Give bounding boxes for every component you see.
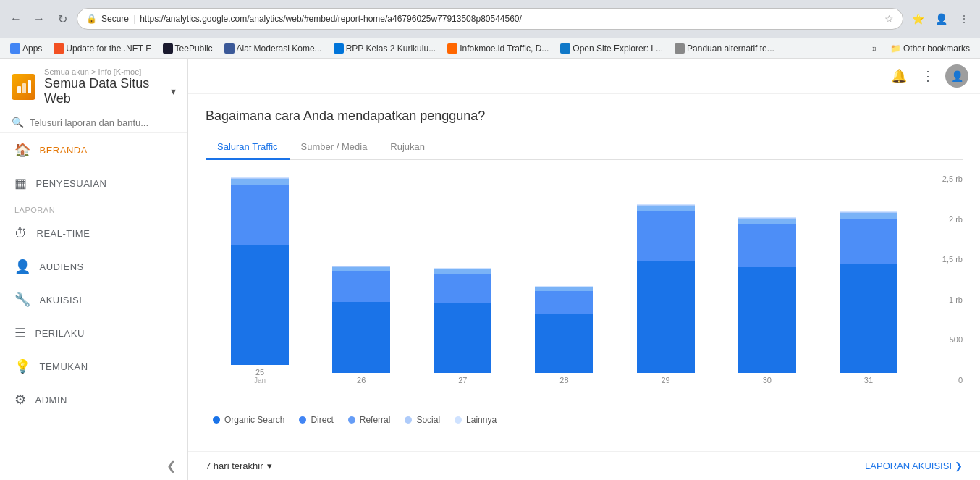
bar-segment-organic: [535, 314, 593, 373]
sidebar-item-realtime[interactable]: ⏱ REAL-TIME: [0, 217, 187, 250]
bookmark-teepublic[interactable]: TeePublic: [159, 42, 217, 55]
forward-button[interactable]: →: [29, 9, 49, 29]
sidebar-item-temukan[interactable]: 💡 TEMUKAN: [0, 350, 187, 383]
bar-segment-organic: [332, 302, 390, 373]
url-text: https://analytics.google.com/analytics/w…: [140, 14, 880, 24]
bar-segment-direct: [840, 219, 897, 264]
sidebar-item-audiens[interactable]: 👤 AUDIENS: [0, 250, 187, 283]
bookmark-teepublic-label: TeePublic: [175, 43, 213, 54]
site-name[interactable]: Semua Data Situs Web ▾: [44, 76, 176, 106]
sidebar-collapse-button[interactable]: ❮: [0, 452, 187, 480]
bar-group-26[interactable]: 26: [314, 266, 408, 384]
secure-label: Secure: [101, 14, 129, 24]
y-label-1500: 1,5 rb: [942, 255, 963, 264]
microsoft-icon: [54, 43, 64, 54]
bar-segment-direct: [738, 224, 796, 267]
search-input[interactable]: [30, 117, 176, 128]
bar-group-27[interactable]: 27: [415, 268, 510, 384]
bar-segment-direct: [535, 291, 593, 314]
nav-buttons: ← → ↻: [6, 9, 72, 29]
legend-lainnya: Lainnya: [455, 415, 497, 425]
other-bookmarks[interactable]: 📁 Other bookmarks: [886, 42, 974, 55]
bookmark-apps[interactable]: Apps: [6, 42, 46, 55]
breadcrumb: Semua akun > Info [K-moe]: [44, 67, 176, 76]
bookmark-microsoft-label: Update for the .NET F: [66, 43, 151, 54]
bookmark-apps-label: Apps: [22, 43, 42, 54]
notification-button[interactable]: 🔔: [887, 64, 911, 88]
search-icon: 🔍: [12, 117, 24, 128]
legend-direct: Direct: [299, 415, 333, 425]
bookmark-facebook[interactable]: Alat Moderasi Kome...: [220, 42, 326, 55]
bookmarks-more-button[interactable]: »: [868, 42, 882, 55]
extensions-button[interactable]: ⭐: [908, 9, 928, 29]
address-bar[interactable]: 🔒 Secure | https://analytics.google.com/…: [77, 8, 903, 30]
rpp-icon: [334, 43, 344, 54]
bar-segment-direct: [434, 274, 491, 303]
grid-icon: ▦: [14, 175, 28, 191]
secure-icon: 🔒: [86, 14, 97, 24]
svg-rect-1: [22, 83, 26, 93]
bar-x-label-30: 30: [763, 376, 772, 384]
more-options-button[interactable]: ⋮: [916, 64, 939, 88]
sidebar-item-beranda[interactable]: 🏠 BERANDA: [0, 133, 187, 167]
bar-segment-organic: [637, 261, 695, 373]
tab-rujukan[interactable]: Rujukan: [379, 135, 436, 160]
sidebar-item-penyesuaian[interactable]: ▦ PENYESUAIAN: [0, 167, 187, 200]
y-label-0: 0: [958, 376, 963, 384]
sidebar-item-perilaku[interactable]: ☰ PERILAKU: [0, 316, 187, 350]
refresh-button[interactable]: ↻: [52, 9, 72, 29]
bar-group-28[interactable]: 28: [517, 286, 611, 384]
report-link[interactable]: LAPORAN AKUISISI ❯: [865, 460, 963, 471]
back-button[interactable]: ←: [6, 9, 26, 29]
bookmark-moz[interactable]: Open Site Explorer: L...: [556, 42, 667, 55]
more-tools-button[interactable]: ⋮: [954, 9, 974, 29]
site-dropdown-icon: ▾: [171, 85, 176, 97]
bar-x-label-28: 28: [559, 376, 568, 384]
clock-icon: ⏱: [14, 226, 28, 241]
bar-segment-referral: [738, 219, 796, 224]
bar-x-sublabel-25: Jan: [254, 376, 266, 384]
period-label: 7 hari terakhir: [206, 460, 263, 471]
bar-segment-organic: [738, 267, 796, 373]
bookmark-panduan[interactable]: Panduan alternatif te...: [670, 42, 779, 55]
bar-segment-organic: [434, 303, 491, 373]
bookmark-rpp[interactable]: RPP Kelas 2 Kurikulu...: [329, 42, 441, 55]
tab-sumber[interactable]: Sumber / Media: [290, 135, 379, 160]
chart-section: Bagaimana cara Anda mendapatkan pengguna…: [188, 94, 980, 445]
bar-segment-direct: [332, 271, 390, 302]
tools-icon: 🔧: [14, 292, 31, 308]
legend-lainnya-label: Lainnya: [466, 415, 497, 425]
sidebar-item-akuisisi[interactable]: 🔧 AKUISISI: [0, 283, 187, 316]
browser-actions: ⭐ 👤 ⋮: [908, 9, 974, 29]
bar-group-25[interactable]: 25Jan: [213, 177, 307, 384]
avatar[interactable]: 👤: [945, 64, 968, 88]
period-dropdown-icon: ▾: [267, 460, 272, 471]
tab-saluran[interactable]: Saluran Traffic: [206, 135, 290, 160]
facebook-icon: [224, 43, 235, 54]
sidebar-item-admin[interactable]: ⚙ ADMIN: [0, 383, 187, 416]
bar-group-29[interactable]: 29: [619, 204, 713, 384]
sidebar-item-beranda-label: BERANDA: [40, 145, 88, 156]
sidebar-header: Semua akun > Info [K-moe] Semua Data Sit…: [0, 59, 187, 112]
bar-group-30[interactable]: 30: [720, 217, 814, 384]
tabs: Saluran Traffic Sumber / Media Rujukan: [206, 135, 963, 160]
top-bar: 🔔 ⋮ 👤: [188, 59, 980, 94]
legend-direct-dot: [299, 416, 306, 424]
profile-button[interactable]: 👤: [931, 9, 951, 29]
bookmark-star-icon[interactable]: ☆: [884, 13, 894, 25]
panduan-icon: [675, 43, 685, 54]
bookmark-microsoft[interactable]: Update for the .NET F: [49, 42, 155, 55]
bar-x-label-26: 26: [357, 376, 366, 384]
sidebar-item-admin-label: ADMIN: [35, 395, 67, 405]
site-title-area: Semua akun > Info [K-moe] Semua Data Sit…: [44, 67, 176, 106]
sidebar-item-perilaku-label: PERILAKU: [35, 328, 85, 339]
bar-group-31[interactable]: 31: [821, 211, 916, 384]
legend-social-dot: [405, 416, 412, 424]
bookmark-infokmoe[interactable]: Infokmoe.id Traffic, D...: [443, 42, 553, 55]
period-selector[interactable]: 7 hari terakhir ▾: [206, 460, 272, 471]
section-title: Bagaimana cara Anda mendapatkan pengguna…: [206, 109, 963, 124]
collapse-icon: ❮: [166, 459, 176, 473]
moz-icon: [560, 43, 570, 54]
behavior-icon: ☰: [14, 325, 27, 341]
legend-organic-dot: [213, 416, 220, 424]
